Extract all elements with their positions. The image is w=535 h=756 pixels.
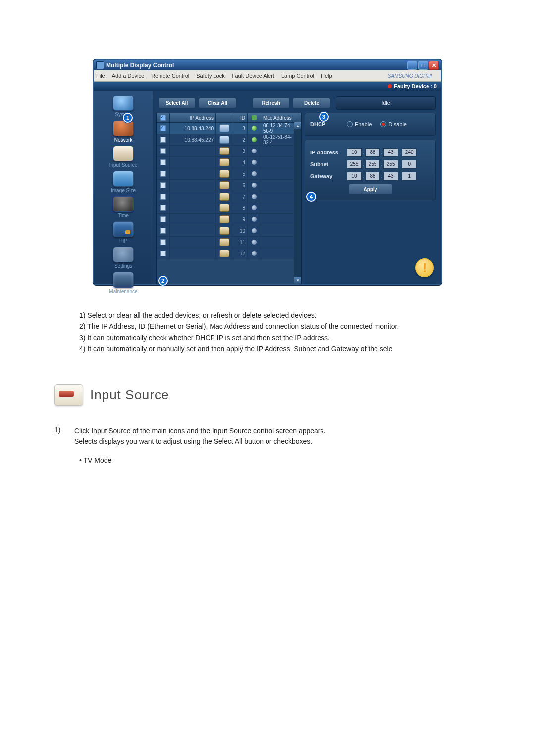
sn-oct-1[interactable]: 255	[347, 160, 362, 169]
table-row[interactable]: 10	[157, 225, 301, 237]
sidebar-item-image-size[interactable]: Image Size	[96, 171, 151, 193]
serial-icon	[219, 250, 229, 257]
delete-button[interactable]: Delete	[293, 98, 330, 108]
scroll-track[interactable]	[294, 129, 301, 277]
th-ip[interactable]: IP Address	[170, 113, 216, 122]
row-checkbox[interactable]	[160, 205, 166, 211]
dhcp-enable-radio[interactable]	[347, 121, 353, 127]
table-row[interactable]: 4	[157, 157, 301, 168]
status-dot-icon	[252, 251, 257, 256]
menu-help[interactable]: Help	[321, 73, 332, 79]
refresh-button[interactable]: Refresh	[252, 98, 290, 108]
sidebar-item-system[interactable]: System	[96, 95, 151, 117]
note-bullet-tv-mode: • TV Mode	[79, 456, 485, 464]
gw-oct-4[interactable]: 1	[402, 172, 417, 181]
status-dot-icon	[252, 183, 257, 188]
scroll-down-button[interactable]: ▾	[294, 277, 301, 284]
cell-id: 3	[233, 146, 248, 156]
th-mac[interactable]: Mac Address	[261, 113, 301, 122]
select-all-button[interactable]: Select All	[158, 98, 196, 108]
gateway-field: 10. 88. 43. 1	[347, 172, 417, 181]
table-body: 10.88.43.240300-12-34-74-50-910.88.45.22…	[157, 123, 301, 259]
ethernet-icon	[219, 124, 229, 132]
row-checkbox[interactable]	[160, 251, 166, 256]
lower-split: IP Address ID Mac Address 10.88.43.24030…	[153, 113, 441, 284]
header-checkbox[interactable]	[160, 115, 166, 121]
row-checkbox[interactable]	[160, 228, 166, 234]
table-row[interactable]: 6	[157, 180, 301, 191]
sidebar-item-time[interactable]: Time	[96, 196, 151, 218]
table-row[interactable]: 5	[157, 168, 301, 180]
ip-oct-1[interactable]: 10	[347, 148, 362, 157]
menu-safety-lock[interactable]: Safety Lock	[196, 73, 224, 79]
note-text: Click Input Source of the main icons and…	[74, 426, 485, 447]
menu-add-device[interactable]: Add a Device	[112, 73, 144, 79]
close-button[interactable]: ✕	[429, 61, 439, 70]
menu-fault-device-alert[interactable]: Fault Device Alert	[232, 73, 274, 79]
ip-oct-4[interactable]: 240	[402, 148, 417, 157]
input-source-section-icon	[54, 384, 83, 406]
row-checkbox[interactable]	[160, 125, 166, 131]
system-icon	[113, 95, 134, 111]
table-row[interactable]: 11	[157, 237, 301, 248]
center-area: Select All Clear All Refresh Delete Idle	[153, 91, 441, 284]
status-dot-icon	[252, 228, 257, 233]
table-row[interactable]: 3	[157, 146, 301, 157]
gw-oct-2[interactable]: 88	[365, 172, 380, 181]
ethernet-icon	[219, 136, 229, 144]
sn-oct-2[interactable]: 255	[365, 160, 380, 169]
th-status-icon	[248, 113, 261, 122]
table-row[interactable]: 8	[157, 202, 301, 214]
row-checkbox[interactable]	[160, 239, 166, 245]
row-checkbox[interactable]	[160, 159, 166, 165]
cell-ip	[170, 202, 216, 213]
gw-oct-1[interactable]: 10	[347, 172, 362, 181]
ip-oct-2[interactable]: 88	[365, 148, 380, 157]
brand-label: SAMSUNG DIGITall	[388, 73, 432, 79]
cell-id: 7	[233, 191, 248, 202]
sidebar-label: Image Size	[96, 188, 151, 193]
sidebar-item-settings[interactable]: Settings	[96, 247, 151, 269]
menu-lamp-control[interactable]: Lamp Control	[281, 73, 314, 79]
table-row[interactable]: 12	[157, 248, 301, 259]
serial-icon	[219, 158, 229, 166]
ip-address-field: 10. 88. 43. 240	[347, 148, 417, 157]
minimize-button[interactable]: _	[407, 61, 417, 70]
sidebar-item-input-source[interactable]: Input Source	[96, 146, 151, 168]
th-id[interactable]: ID	[233, 113, 248, 122]
gateway-label: Gateway	[310, 173, 347, 179]
sn-oct-3[interactable]: 255	[383, 160, 398, 169]
row-checkbox[interactable]	[160, 171, 166, 177]
table-row[interactable]: 10.88.45.227200-12-51-84-32-4	[157, 134, 301, 146]
row-checkbox[interactable]	[160, 137, 166, 143]
scroll-up-button[interactable]: ▴	[294, 122, 301, 129]
menu-file[interactable]: File	[96, 73, 105, 79]
sidebar-item-pip[interactable]: PIP	[96, 221, 151, 244]
titlebar: Multiple Display Control _ □ ✕	[94, 60, 441, 70]
clear-all-button[interactable]: Clear All	[199, 98, 236, 108]
cell-ip	[170, 191, 216, 202]
apply-button[interactable]: Apply	[349, 184, 392, 195]
dhcp-disable-radio[interactable]	[380, 121, 386, 127]
sidebar-label: Input Source	[96, 162, 151, 168]
menubar: File Add a Device Remote Control Safety …	[94, 70, 441, 82]
table-row[interactable]: 7	[157, 191, 301, 202]
table-row[interactable]: 9	[157, 214, 301, 225]
gw-oct-3[interactable]: 43	[383, 172, 398, 181]
serial-icon	[219, 204, 229, 212]
table-scrollbar[interactable]: ▴ ▾	[294, 122, 301, 284]
ip-oct-3[interactable]: 43	[383, 148, 398, 157]
row-checkbox[interactable]	[160, 182, 166, 188]
table-row[interactable]: 10.88.43.240300-12-34-74-50-9	[157, 123, 301, 134]
sidebar-item-network[interactable]: Network	[96, 120, 151, 143]
row-checkbox[interactable]	[160, 194, 166, 200]
sidebar-item-maintenance[interactable]: Maintenance	[96, 272, 151, 294]
menu-remote-control[interactable]: Remote Control	[151, 73, 189, 79]
sn-oct-4[interactable]: 0	[402, 160, 417, 169]
serial-icon	[219, 215, 229, 223]
serial-icon	[219, 227, 229, 235]
maximize-button[interactable]: □	[418, 61, 428, 70]
cell-ip	[170, 237, 216, 248]
row-checkbox[interactable]	[160, 216, 166, 222]
row-checkbox[interactable]	[160, 148, 166, 154]
